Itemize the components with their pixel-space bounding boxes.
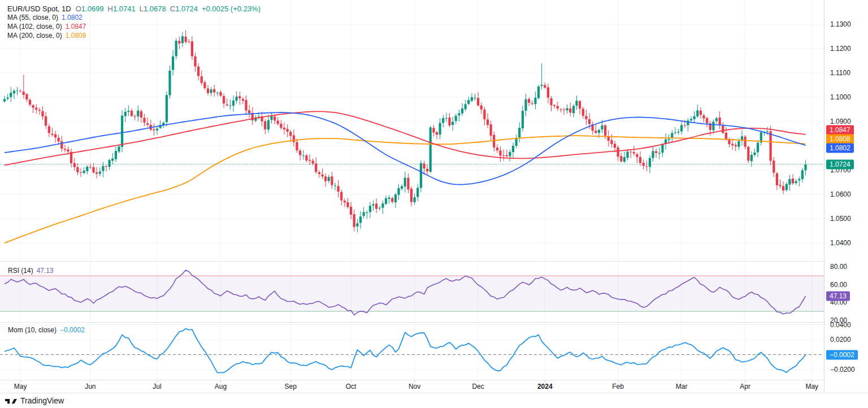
rsi-label: RSI (14) — [8, 267, 33, 275]
brand-text[interactable]: TradingView — [20, 396, 64, 405]
time-axis-label: Jun — [85, 383, 96, 390]
axis-tick-label: 1.0600 — [830, 191, 851, 198]
axis-tick-label: 1.0400 — [830, 240, 851, 246]
axis-tick-label: 1.1200 — [830, 45, 851, 52]
time-axis-label: Oct — [346, 383, 357, 390]
open-label: O — [76, 5, 81, 13]
change-value: +0.0025 (+0.23%) — [202, 5, 261, 13]
high-value: 1.0741 — [113, 5, 136, 13]
ma102-value: 1.0847 — [66, 23, 86, 31]
high-label: H — [108, 5, 113, 13]
low-label: L — [140, 5, 144, 13]
tradingview-logo-icon[interactable] — [5, 396, 17, 406]
price-tag: 1.0808 — [826, 134, 854, 144]
time-axis-label: Apr — [740, 383, 750, 390]
time-axis-label: Aug — [215, 383, 227, 390]
open-value: 1.0699 — [81, 5, 104, 13]
time-scale[interactable]: MayJunJulAugSepOctNovDec2024FebMarAprMay — [0, 380, 824, 393]
price-scale[interactable]: 1.13001.12001.11001.10001.09001.07001.06… — [824, 0, 868, 393]
indicator-value-tag: −0.0002 — [826, 350, 858, 359]
close-label: C — [170, 5, 175, 13]
time-axis-label: May — [805, 383, 818, 390]
low-value: 1.0678 — [144, 5, 166, 13]
price-tag: 1.0802 — [826, 144, 854, 153]
axis-tick-label: 1.1100 — [830, 70, 850, 76]
ma102-label: MA (102, close, 0) — [7, 23, 62, 31]
axis-tick-label: 0.0200 — [830, 336, 851, 343]
ma102-legend-row[interactable]: MA (102, close, 0)1.0847 — [7, 23, 261, 31]
mom-value: −0.0002 — [60, 326, 85, 334]
axis-tick-label: 1.0900 — [830, 118, 851, 125]
price-tag: 1.0847 — [826, 125, 854, 135]
axis-tick-label: 0.0400 — [830, 322, 851, 328]
ma200-label: MA (200, close, 0) — [7, 32, 62, 40]
ma200-value: 1.0808 — [66, 32, 86, 40]
close-value: 1.0724 — [175, 5, 198, 13]
ma55-label: MA (55, close, 0) — [7, 14, 58, 21]
time-axis-label: 2024 — [537, 383, 553, 390]
axis-tick-label: 1.1000 — [830, 94, 851, 101]
chart-legend: EUR/USD Spot, 1DO1.0699H1.0741L1.0678C1.… — [7, 5, 261, 40]
time-axis-label: Mar — [676, 383, 688, 390]
axis-tick-label: 1.1300 — [830, 21, 851, 28]
time-axis-label: Sep — [285, 383, 297, 390]
time-axis-label: Dec — [472, 383, 484, 390]
tradingview-chart-window: EUR/USD Spot, 1DO1.0699H1.0741L1.0678C1.… — [0, 0, 868, 408]
axis-tick-label: −0.0200 — [830, 366, 855, 373]
axis-tick-label: 80.00 — [830, 263, 847, 270]
ma55-value: 1.0802 — [62, 14, 83, 21]
mom-label: Mom (10, close) — [8, 326, 57, 334]
time-axis-label: May — [14, 383, 27, 390]
ma200-legend-row[interactable]: MA (200, close, 0)1.0808 — [7, 32, 261, 40]
time-axis-label: Feb — [612, 383, 624, 390]
chart-plot-area[interactable] — [0, 0, 824, 394]
time-axis-label: Nov — [409, 383, 420, 390]
footer-bar: TradingView — [0, 393, 868, 408]
time-axis-label: Jul — [153, 383, 161, 390]
axis-tick-label: 60.00 — [830, 281, 847, 288]
rsi-legend-row[interactable]: RSI (14)47.13 — [8, 267, 54, 275]
symbol-title[interactable]: EUR/USD Spot, 1D — [7, 5, 71, 13]
mom-legend-row[interactable]: Mom (10, close)−0.0002 — [8, 326, 85, 334]
ma55-legend-row[interactable]: MA (55, close, 0)1.0802 — [7, 14, 261, 22]
symbol-legend-row[interactable]: EUR/USD Spot, 1DO1.0699H1.0741L1.0678C1.… — [7, 5, 261, 13]
indicator-value-tag: 47.13 — [826, 292, 850, 301]
price-tag: 1.0724 — [826, 159, 854, 169]
rsi-value: 47.13 — [37, 267, 54, 275]
axis-tick-label: 1.0500 — [830, 215, 851, 222]
